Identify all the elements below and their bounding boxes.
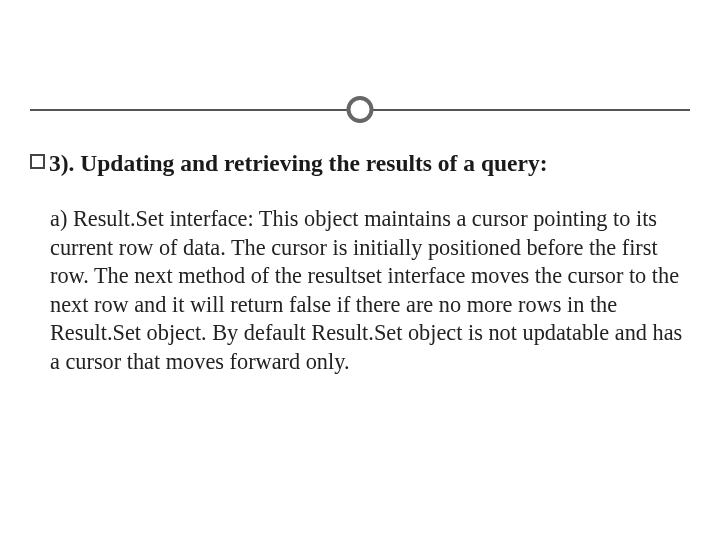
- bullet-square-icon: [30, 154, 45, 169]
- heading-row: 3). Updating and retrieving the results …: [30, 148, 686, 179]
- slide-body: a) Result.Set interface: This object mai…: [50, 205, 686, 376]
- slide: 3). Updating and retrieving the results …: [0, 0, 720, 540]
- divider-ring-icon: [347, 96, 374, 123]
- slide-heading: 3). Updating and retrieving the results …: [49, 148, 686, 179]
- slide-content: 3). Updating and retrieving the results …: [30, 148, 686, 376]
